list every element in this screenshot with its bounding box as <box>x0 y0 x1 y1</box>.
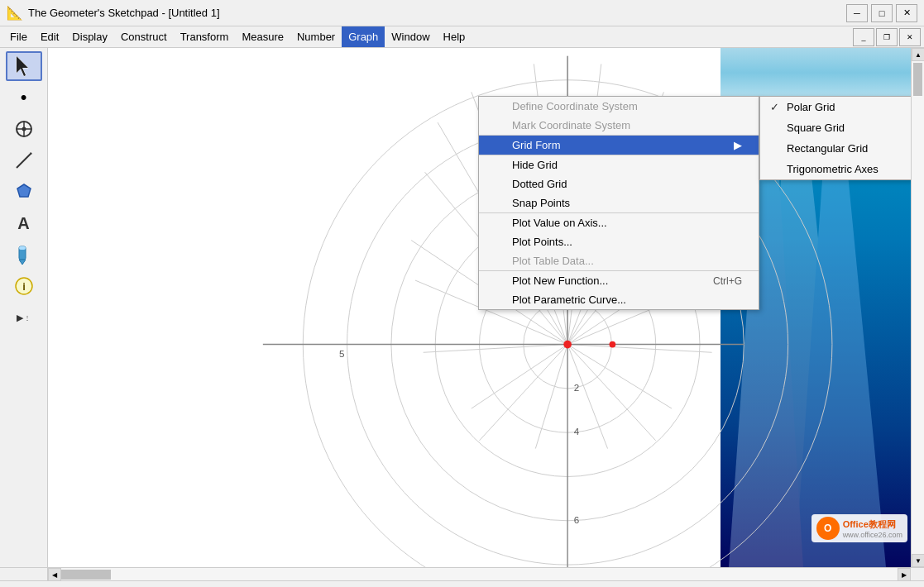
tool-compass[interactable] <box>6 114 42 144</box>
label-yn6: 6 <box>574 514 579 525</box>
menu-transform[interactable]: Transform <box>174 26 236 47</box>
vertical-scrollbar[interactable]: ▲ ▼ <box>911 48 924 567</box>
graph-menu-section5: Plot New Function... Ctrl+G Plot Paramet… <box>479 271 759 309</box>
x-axis-point <box>610 341 616 348</box>
polar-grid-check-icon: ✓ <box>770 101 787 113</box>
graph-menu-section3: Hide Grid Dotted Grid Snap Points <box>479 155 759 213</box>
office-icon: O <box>816 517 840 540</box>
graph-dropdown-menu: Define Coordinate System Mark Coordinate… <box>478 96 759 310</box>
tool-polygon[interactable] <box>6 177 42 207</box>
maximize-button[interactable]: □ <box>871 4 893 22</box>
tool-info[interactable]: i <box>6 271 42 301</box>
svg-rect-11 <box>19 246 26 250</box>
menu-edit[interactable]: Edit <box>34 26 65 47</box>
scroll-track-horizontal[interactable] <box>61 568 898 580</box>
menu-plot-table[interactable]: Plot Table Data... <box>479 251 759 270</box>
label-yn2: 2 <box>574 382 579 393</box>
svg-marker-8 <box>17 184 31 197</box>
submenu-rectangular-grid[interactable]: Rectangular Grid <box>760 138 911 159</box>
svg-line-28 <box>567 345 711 353</box>
center-point <box>563 341 572 349</box>
app-title: The Geometer's Sketchpad - [Untitled 1] <box>28 7 220 19</box>
svg-line-20 <box>567 345 656 441</box>
doc-close-button[interactable]: ✕ <box>899 28 921 46</box>
office-badge: O Office教程网 www.office26.com <box>811 514 907 542</box>
office-text: Office教程网 <box>843 518 902 531</box>
doc-restore-button[interactable]: ❐ <box>876 28 898 46</box>
graph-menu-section1: Define Coordinate System Mark Coordinate… <box>479 97 759 136</box>
menu-number[interactable]: Number <box>290 26 342 47</box>
main-area: • A <box>0 48 924 567</box>
svg-line-33 <box>424 345 567 353</box>
tool-custom[interactable]: ▶⋮ <box>6 303 42 332</box>
menu-plot-value[interactable]: Plot Value on Axis... <box>479 213 759 232</box>
minimize-button[interactable]: ─ <box>846 4 868 22</box>
tool-line[interactable] <box>6 146 42 175</box>
app-icon: 📐 <box>7 5 23 21</box>
scroll-right-button[interactable]: ▶ <box>898 568 911 581</box>
close-button[interactable]: ✕ <box>896 4 917 22</box>
scroll-up-button[interactable]: ▲ <box>912 48 924 61</box>
menu-define-coordinate[interactable]: Define Coordinate System <box>479 97 759 116</box>
menu-display[interactable]: Display <box>65 26 114 47</box>
horizontal-scrollbar[interactable]: ◀ ▶ <box>48 567 911 580</box>
title-bar: 📐 The Geometer's Sketchpad - [Untitled 1… <box>0 0 924 26</box>
submenu-arrow-icon: ▶ <box>734 139 742 151</box>
menu-grid-form[interactable]: Grid Form ▶ <box>479 136 759 155</box>
tool-select[interactable] <box>6 51 42 81</box>
scroll-down-button[interactable]: ▼ <box>912 554 924 567</box>
horizontal-scroll-area: ◀ ▶ <box>0 567 924 580</box>
label-xn5: 5 <box>339 348 344 359</box>
scroll-left-button[interactable]: ◀ <box>48 568 61 581</box>
graph-menu-section2: Grid Form ▶ <box>479 136 759 155</box>
menu-bar: File Edit Display Construct Transform Me… <box>0 26 924 48</box>
submenu-trig-axes[interactable]: Trigonometric Axes <box>760 159 911 179</box>
scroll-track-vertical[interactable] <box>912 61 924 554</box>
tool-text[interactable]: A <box>6 208 42 238</box>
menu-plot-function[interactable]: Plot New Function... Ctrl+G <box>479 271 759 290</box>
doc-minimize-button[interactable]: _ <box>853 28 874 46</box>
menu-file[interactable]: File <box>3 26 34 47</box>
grid-form-submenu: ✓ Polar Grid Square Grid Rectangular Gri… <box>759 96 911 180</box>
office-url: www.office26.com <box>843 531 902 539</box>
svg-line-31 <box>535 345 567 449</box>
scroll-thumb-vertical[interactable] <box>913 63 922 96</box>
svg-line-29 <box>567 345 672 409</box>
menu-window[interactable]: Window <box>385 26 436 47</box>
submenu-polar-grid[interactable]: ✓ Polar Grid <box>760 97 911 117</box>
svg-line-21 <box>480 345 568 441</box>
submenu-square-grid[interactable]: Square Grid <box>760 117 911 138</box>
tool-point[interactable]: • <box>6 83 42 112</box>
menu-snap-points[interactable]: Snap Points <box>479 193 759 212</box>
menu-mark-coordinate[interactable]: Mark Coordinate System <box>479 116 759 135</box>
label-yn4: 4 <box>574 426 580 437</box>
menu-construct[interactable]: Construct <box>114 26 174 47</box>
scroll-thumb-horizontal[interactable] <box>61 570 111 580</box>
toolbar: • A <box>0 48 48 567</box>
menu-hide-grid[interactable]: Hide Grid <box>479 155 759 174</box>
svg-text:i: i <box>22 280 26 293</box>
menu-dotted-grid[interactable]: Dotted Grid <box>479 174 759 193</box>
menu-measure[interactable]: Measure <box>235 26 290 47</box>
menu-plot-points[interactable]: Plot Points... <box>479 232 759 251</box>
scroll-corner <box>911 567 924 580</box>
graph-menu-section4: Plot Value on Axis... Plot Points... Plo… <box>479 213 759 271</box>
menu-graph[interactable]: Graph <box>342 26 385 47</box>
svg-point-5 <box>22 127 26 131</box>
canvas-area[interactable]: .grid-circle { fill: none; stroke: #ccc;… <box>48 48 911 567</box>
status-bar: Display a polar grid <box>0 580 924 587</box>
menu-help[interactable]: Help <box>437 26 472 47</box>
menu-plot-parametric[interactable]: Plot Parametric Curve... <box>479 290 759 309</box>
tool-marker[interactable] <box>6 240 42 270</box>
svg-line-6 <box>17 153 31 168</box>
svg-marker-10 <box>19 260 26 265</box>
